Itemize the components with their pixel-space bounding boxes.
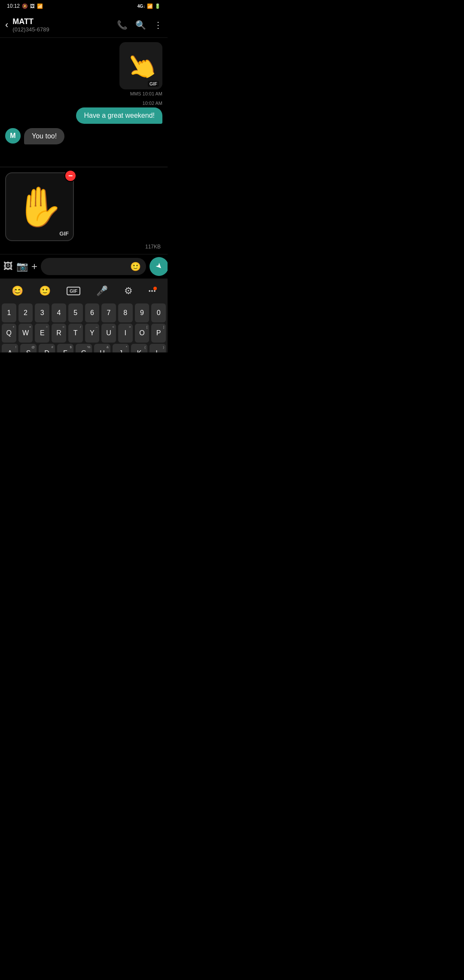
key-p[interactable]: ]P: [151, 324, 166, 343]
draft-area: ✋ GIF − 117KB: [0, 168, 168, 254]
header-actions: 📞 🔍 ⋮: [117, 20, 162, 30]
key-d[interactable]: #D: [39, 344, 55, 352]
key-f[interactable]: $F: [57, 344, 73, 352]
photo-icon: 🖼: [30, 3, 35, 9]
sent-gif-bubble: 👆 GIF: [119, 42, 162, 89]
contact-info: MATT (012)345-6789: [12, 17, 117, 33]
send-icon: ➤: [153, 260, 165, 272]
add-button[interactable]: +: [31, 260, 37, 273]
emoji-toolbar-button[interactable]: 😊: [12, 285, 23, 297]
search-button[interactable]: 🔍: [135, 20, 146, 30]
contact-phone: (012)345-6789: [12, 26, 117, 33]
key-w[interactable]: ×W: [18, 324, 33, 343]
more-toolbar-button[interactable]: •••: [149, 288, 156, 294]
gif-toolbar-button[interactable]: GIF: [67, 287, 80, 295]
key-8[interactable]: 8: [118, 303, 133, 322]
draft-gif-bubble: ✋ GIF: [5, 172, 74, 241]
status-bar: 10:12 🔕 🖼 📶 4G↓ 📶 🔋: [0, 0, 168, 12]
sent-gif-time: MMS 10:01 AM: [130, 91, 162, 96]
4g-icon: 4G↓: [137, 4, 145, 9]
draft-gif-badge: GIF: [59, 230, 69, 237]
gallery-button[interactable]: 🖼: [3, 261, 13, 272]
sticker-toolbar-button[interactable]: 🙂: [39, 285, 51, 297]
key-k[interactable]: (K: [131, 344, 147, 352]
received-bubble: You too!: [24, 128, 64, 144]
key-7[interactable]: 7: [101, 303, 116, 322]
sent-text-time: 10:02 AM: [143, 101, 162, 106]
key-r[interactable]: =R: [52, 324, 66, 343]
key-q[interactable]: +Q: [2, 324, 16, 343]
key-j[interactable]: *J: [113, 344, 129, 352]
key-u[interactable]: <U: [101, 324, 116, 343]
key-9[interactable]: 9: [135, 303, 150, 322]
remove-gif-button[interactable]: −: [64, 170, 76, 182]
send-button[interactable]: ➤: [150, 257, 168, 276]
key-s[interactable]: @S: [20, 344, 37, 352]
sent-gif-message: 👆 GIF MMS 10:01 AM: [119, 42, 162, 96]
sticker-button[interactable]: 🙂: [130, 261, 141, 272]
status-time: 10:12: [7, 3, 20, 9]
key-l[interactable]: )L: [150, 344, 166, 352]
keyboard-toolbar: 😊 🙂 GIF 🎤 ⚙ •••: [0, 279, 168, 302]
chat-header: ‹ MATT (012)345-6789 📞 🔍 ⋮: [0, 12, 168, 38]
message-input[interactable]: [46, 263, 128, 270]
key-6[interactable]: 6: [85, 303, 100, 322]
keyboard-qwerty-row: +Q ×W ÷E =R /T –Y <U >I [O ]P: [2, 324, 166, 343]
key-3[interactable]: 3: [35, 303, 49, 322]
key-y[interactable]: –Y: [85, 324, 100, 343]
key-a[interactable]: !A: [2, 344, 18, 352]
back-button[interactable]: ‹: [5, 19, 8, 31]
key-t[interactable]: /T: [68, 324, 83, 343]
mic-toolbar-button[interactable]: 🎤: [96, 285, 108, 297]
key-o[interactable]: [O: [135, 324, 150, 343]
key-4[interactable]: 4: [52, 303, 66, 322]
draft-file-size: 117KB: [145, 244, 161, 250]
chat-messages: 👆 GIF MMS 10:01 AM 10:02 AM Have a great…: [0, 38, 168, 167]
key-h[interactable]: &H: [94, 344, 110, 352]
input-bar: 🖼 📷 + 🙂 ➤: [0, 254, 168, 279]
chat-divider: [0, 167, 168, 167]
draft-gif-container: ✋ GIF −: [5, 172, 74, 241]
call-button[interactable]: 📞: [117, 20, 128, 30]
key-i[interactable]: >I: [118, 324, 133, 343]
keyboard-asdf-row: !A @S #D $F %G &H *J (K )L: [2, 344, 166, 352]
key-g[interactable]: %G: [76, 344, 92, 352]
contact-name: MATT: [12, 17, 117, 26]
settings-toolbar-button[interactable]: ⚙: [124, 285, 133, 297]
camera-button[interactable]: 📷: [16, 261, 28, 272]
sent-text-bubble: Have a great weekend!: [76, 107, 162, 124]
more-options-button[interactable]: ⋮: [154, 20, 162, 30]
key-1[interactable]: 1: [2, 303, 16, 322]
sent-text-message: 10:02 AM Have a great weekend!: [76, 101, 162, 124]
sender-avatar: M: [5, 128, 21, 144]
key-2[interactable]: 2: [18, 303, 33, 322]
received-message: M You too!: [5, 128, 162, 144]
draft-gif-emoji: ✋: [15, 184, 64, 230]
keyboard: 1 2 3 4 5 6 7 8 9 0 +Q ×W ÷E =R /T –Y <U…: [0, 302, 168, 352]
message-input-wrap: 🙂: [41, 258, 146, 275]
key-5[interactable]: 5: [68, 303, 83, 322]
key-0[interactable]: 0: [151, 303, 166, 322]
signal-icon: 📶: [147, 3, 153, 9]
wifi-icon: 📶: [37, 3, 43, 9]
gif-badge: GIF: [148, 81, 159, 87]
battery-icon: 🔋: [155, 3, 161, 9]
notification-icon: 🔕: [22, 3, 28, 9]
key-e[interactable]: ÷E: [35, 324, 49, 343]
keyboard-number-row: 1 2 3 4 5 6 7 8 9 0: [2, 303, 166, 322]
